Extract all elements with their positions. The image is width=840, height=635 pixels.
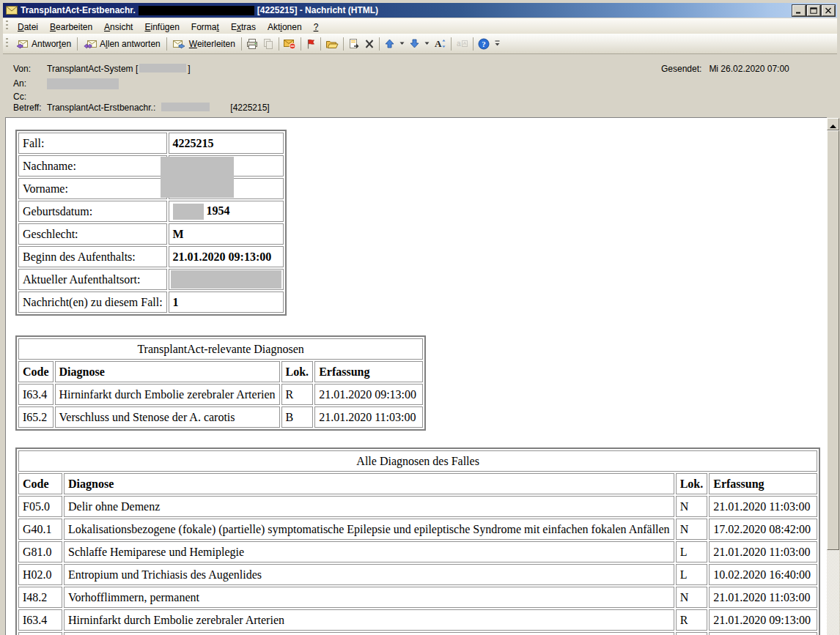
table-cell: Verschluss und Stenose der A. carotis	[55, 406, 280, 428]
case-field-value	[169, 269, 284, 290]
close-button[interactable]	[822, 5, 835, 16]
case-field-value: 4225215	[169, 133, 284, 154]
toolbar-drag-handle[interactable]	[6, 38, 8, 49]
toolbar: AntwortenAllen antwortenWeiterleitenAa?	[3, 34, 837, 54]
text-size-button[interactable]: A	[432, 36, 449, 52]
arrow-up-icon	[384, 38, 395, 49]
menu-item-help[interactable]: ?	[308, 20, 325, 34]
case-field-label: Nachricht(en) zu diesem Fall:	[18, 291, 167, 313]
redaction-box	[139, 64, 186, 73]
table-row: H02.0Entropium und Trichiasis des Augenl…	[18, 564, 817, 585]
minimize-button[interactable]	[792, 5, 806, 16]
table-cell: Entropium und Trichiasis des Augenlides	[64, 564, 674, 585]
arrow-down-icon	[409, 38, 420, 49]
window-title-suffix: [4225215] - Nachricht (HTML)	[257, 5, 378, 15]
caret-down-icon	[399, 42, 405, 45]
table-cell: B	[676, 632, 708, 635]
column-header: Lok.	[281, 361, 314, 382]
scrollbar-track[interactable]	[827, 550, 839, 635]
table-title: Alle Diagnosen des Falles	[18, 450, 817, 472]
print-button[interactable]	[244, 36, 260, 52]
message-header: Von: TransplantAct-System [] An: Cc: Bet…	[3, 55, 837, 117]
junk-mail-button[interactable]	[281, 36, 298, 52]
table-title-row: TransplantAct-relevante Diagnosen	[18, 338, 423, 360]
table-cell: N	[676, 496, 708, 517]
move-to-folder-button[interactable]	[323, 36, 341, 52]
cc-label: Cc:	[13, 92, 47, 102]
previous-item-button[interactable]	[382, 36, 397, 52]
follow-up-flag-button[interactable]	[303, 36, 318, 52]
case-info-section: Fall:4225215Nachname:Vorname:Geburtsdatu…	[15, 130, 287, 316]
close-icon	[825, 5, 832, 16]
from-row: Von: TransplantAct-System []	[13, 64, 191, 74]
subject-label: Betreff:	[13, 103, 47, 113]
table-row: Aktueller Aufenthaltsort:	[18, 269, 284, 290]
from-value[interactable]: TransplantAct-System []	[47, 64, 191, 74]
forward-button[interactable]: Weiterleiten	[169, 36, 239, 52]
menu-item-bearbeiten[interactable]: Bearbeiten	[44, 20, 98, 34]
table-cell: G40.1	[18, 519, 62, 540]
previous-item-dropdown[interactable]	[397, 36, 407, 52]
menu-items: DateiBearbeitenAnsichtEinfügenFormatExtr…	[12, 20, 324, 33]
next-item-button[interactable]	[407, 36, 422, 52]
table-title: TransplantAct-relevante Diagnosen	[18, 338, 423, 360]
junk-icon	[284, 38, 296, 50]
create-rule-button[interactable]	[346, 36, 362, 52]
menu-bar: DateiBearbeitenAnsichtEinfügenFormatExtr…	[3, 18, 837, 34]
toolbar-separator	[451, 37, 452, 51]
from-value-suffix: ]	[188, 64, 190, 74]
table-row: Fall:4225215	[18, 133, 284, 154]
next-item-dropdown[interactable]	[422, 36, 432, 52]
toolbar-separator	[301, 37, 301, 51]
toolbar-separator	[473, 37, 474, 51]
translate-icon: a	[456, 38, 468, 49]
scroll-up-icon	[830, 118, 836, 131]
menu-item-datei[interactable]: Datei	[12, 20, 44, 34]
case-field-label: Geschlecht:	[18, 223, 167, 245]
table-cell: L	[676, 564, 708, 585]
scrollbar-thumb[interactable]	[827, 130, 839, 550]
table-cell: B	[281, 406, 314, 428]
help-button[interactable]: ?	[476, 36, 492, 52]
table-cell: Delir ohne Demenz	[64, 496, 674, 517]
table-row: I63.4Hirninfarkt durch Embolie zerebrale…	[18, 609, 817, 631]
sent-label: Gesendet:	[661, 64, 701, 74]
sent-value: Mi 26.02.2020 07:00	[709, 64, 789, 74]
maximize-icon	[810, 5, 817, 16]
table-row: F05.0Delir ohne DemenzN21.01.2020 11:03:…	[18, 496, 817, 517]
reply-all-button[interactable]: Allen antworten	[80, 36, 164, 52]
table-cell: N	[676, 519, 708, 540]
table-row: I65.2Verschluss und Stenose der A. carot…	[18, 406, 423, 428]
toolbar-drag-handle[interactable]	[6, 21, 8, 31]
table-cell: Hirninfarkt durch Embolie zerebraler Art…	[55, 384, 280, 405]
toolbar-options-button[interactable]	[492, 36, 503, 52]
delete-button[interactable]	[362, 36, 377, 52]
redaction-box	[171, 270, 281, 289]
maximize-button[interactable]	[807, 5, 820, 16]
scroll-up-button[interactable]	[827, 118, 839, 130]
delete-icon	[364, 39, 375, 49]
menu-item-aktionen[interactable]: Aktionen	[262, 20, 308, 34]
copy-button[interactable]	[260, 36, 276, 52]
reply-button[interactable]: Antworten	[12, 36, 75, 52]
menu-item-extras[interactable]: Extras	[225, 20, 262, 34]
table-cell: 17.02.2020 08:42:00	[709, 519, 817, 540]
menu-item-ansicht[interactable]: Ansicht	[98, 20, 139, 34]
from-label: Von:	[13, 64, 47, 74]
message-body: Fall:4225215Nachname:Vorname:Geburtsdatu…	[5, 117, 827, 635]
toolbar-options-icon	[494, 37, 501, 51]
translate-button[interactable]: a	[454, 36, 471, 52]
column-header: Code	[18, 361, 54, 382]
column-header: Diagnose	[55, 361, 280, 382]
help-icon: ?	[478, 38, 490, 50]
table-cell: 21.01.2020 11:03:00	[314, 406, 423, 428]
case-field-value: 21.01.2020 09:13:00	[169, 246, 284, 267]
toolbar-separator	[320, 37, 321, 51]
menu-item-einfgen[interactable]: Einfügen	[139, 20, 185, 34]
table-row: G40.1Lokalisationsbezogene (fokale) (par…	[18, 519, 817, 540]
table-cell: 21.01.2020 09:13:00	[709, 609, 817, 631]
menu-item-format[interactable]: Format	[185, 20, 225, 34]
window-title-prefix: TransplantAct-Erstbenachr.	[21, 5, 136, 15]
to-value[interactable]	[47, 78, 119, 89]
reply-icon	[15, 38, 29, 50]
